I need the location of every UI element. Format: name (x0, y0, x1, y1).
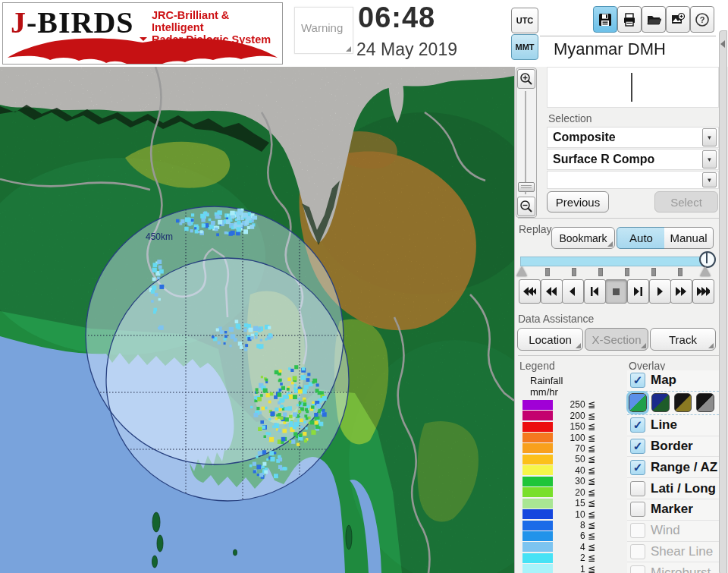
jbirds-logo: J-BIRDS JRC-Brilliant & Intelligent Rada… (2, 2, 283, 65)
stop-button[interactable] (605, 279, 627, 304)
map-zoom-control (516, 68, 537, 218)
checkbox-shear-line (630, 544, 645, 559)
checkbox-map[interactable]: ✓ (630, 373, 645, 388)
x-section-button[interactable]: X-Section (585, 328, 648, 351)
product-dropdown-1-value: Composite (548, 131, 701, 144)
slider-end-marker[interactable] (700, 266, 711, 276)
zoom-out-button[interactable] (517, 197, 535, 216)
auto-mode-button[interactable]: Auto (617, 227, 666, 249)
legend-value: 1 ≦ (553, 564, 595, 573)
legend-row: 40 ≦ (522, 465, 606, 476)
text-caret (631, 73, 632, 102)
bookmark-button[interactable]: Bookmark (551, 227, 615, 249)
legend-row: 15 ≦ (522, 498, 606, 508)
dropdown-corner-icon (576, 343, 581, 348)
print-button[interactable] (617, 6, 642, 33)
previous-button[interactable]: Previous (547, 191, 609, 213)
help-button[interactable]: ? (690, 6, 714, 33)
legend-row: 250 ≦ (522, 399, 606, 410)
forward-3-button[interactable] (692, 279, 714, 304)
product-dropdown-3[interactable]: ▼ (547, 171, 719, 189)
checkbox-range-az[interactable]: ✓ (630, 460, 645, 475)
legend-value: 50 ≦ (553, 454, 595, 464)
play-back-button[interactable] (562, 279, 584, 304)
zoom-in-button[interactable] (517, 69, 535, 89)
panel-collapse-handle[interactable] (719, 30, 727, 573)
legend-color-swatch (522, 433, 553, 442)
legend-value: 8 ≦ (553, 520, 595, 530)
track-button[interactable]: Track (650, 328, 716, 351)
slider-tick (651, 268, 656, 276)
location-button[interactable]: Location (517, 328, 583, 351)
replay-slider-handle[interactable] (699, 251, 716, 268)
utc-button[interactable]: UTC (511, 8, 538, 33)
replay-progress-slider[interactable] (520, 257, 710, 266)
map-style-3[interactable] (674, 393, 692, 412)
eagle-icon (6, 36, 279, 64)
station-name: Myanmar DMH (554, 39, 666, 59)
product-dropdown-2-value: Surface R Compo (548, 153, 701, 166)
slider-tick (545, 268, 550, 276)
map-style-2[interactable] (651, 393, 670, 412)
legend-label: Legend (519, 360, 555, 372)
checkbox-marker[interactable] (630, 502, 645, 517)
play-back-icon (566, 287, 579, 296)
product-dropdown-2[interactable]: Surface R Compo ▼ (547, 149, 719, 170)
overlay-item-label: Lati / Long (651, 481, 716, 496)
slider-start-marker[interactable] (516, 266, 527, 276)
overlay-row-line: ✓Line (627, 415, 719, 436)
legend-color-swatch (522, 411, 553, 420)
legend-color-swatch (522, 487, 553, 497)
command-input[interactable] (547, 67, 719, 108)
legend-value: 4 ≦ (553, 542, 595, 553)
legend-color-swatch (522, 531, 553, 541)
rewind-2-button[interactable] (541, 279, 563, 304)
legend-title-1: Rainfall (530, 375, 563, 386)
play-button[interactable] (649, 279, 671, 304)
legend-row: 4 ≦ (522, 542, 606, 553)
button-label: X-Section (592, 333, 641, 346)
product-dropdown-1[interactable]: Composite ▼ (547, 127, 719, 148)
checkbox-lati-long[interactable] (630, 481, 645, 496)
legend-color-swatch (522, 400, 553, 410)
rewind-3-icon (523, 287, 536, 296)
forward-2-icon (675, 287, 688, 296)
legend-row: 20 ≦ (522, 487, 606, 498)
chevron-down-icon[interactable]: ▼ (702, 172, 717, 187)
map-style-1[interactable] (629, 393, 647, 412)
logo-tagline-1: JRC-Brilliant & Intelligent (152, 9, 282, 33)
rewind-3-button[interactable] (519, 279, 541, 304)
checkbox-line[interactable]: ✓ (630, 417, 645, 433)
overlay-options: ✓Map✓Line✓Border✓Range / AZLati / LongMa… (627, 370, 719, 573)
save-button[interactable] (593, 6, 617, 33)
zoom-slider-handle[interactable] (518, 182, 535, 192)
warning-label: Warning (301, 21, 343, 34)
overlay-row-marker: Marker (627, 499, 719, 521)
separator (518, 355, 726, 356)
zoom-slider-track[interactable] (525, 91, 526, 194)
add-image-button[interactable] (666, 6, 690, 33)
mmt-button[interactable]: MMT (511, 34, 538, 60)
checkbox-border[interactable]: ✓ (630, 439, 645, 454)
dropdown-corner-icon (607, 241, 613, 247)
logo-birds: -BIRDS (27, 5, 134, 39)
open-folder-icon (646, 12, 661, 27)
overlay-row-map: ✓Map (627, 370, 719, 392)
map-style-4[interactable] (696, 393, 714, 412)
step-forward-button[interactable] (627, 279, 649, 304)
legend-value: 6 ≦ (553, 530, 595, 541)
open-folder-button[interactable] (642, 6, 666, 33)
step-back-button[interactable] (584, 279, 606, 304)
slider-tick (598, 268, 603, 276)
radar-map[interactable]: 450km (0, 67, 514, 573)
forward-2-button[interactable] (670, 279, 692, 304)
warning-dropdown[interactable]: Warning (294, 7, 353, 54)
legend-value: 250 ≦ (553, 399, 595, 410)
svg-text:?: ? (700, 15, 705, 24)
legend-value: 20 ≦ (553, 487, 595, 498)
select-button[interactable]: Select (654, 191, 718, 213)
legend-color-swatch (522, 509, 553, 519)
chevron-down-icon[interactable]: ▼ (702, 150, 717, 168)
manual-mode-button[interactable]: Manual (664, 227, 714, 249)
chevron-down-icon[interactable]: ▼ (702, 128, 717, 146)
